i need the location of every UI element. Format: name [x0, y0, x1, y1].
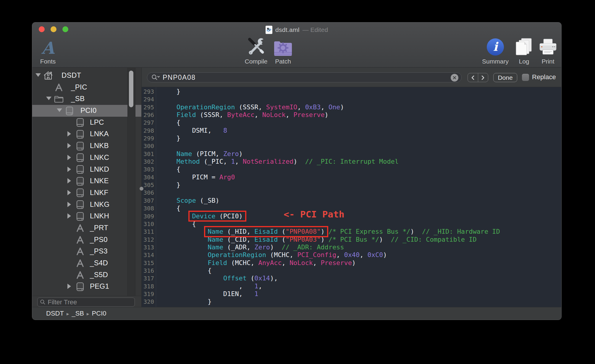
code-line[interactable]: } — [161, 181, 500, 189]
code-line[interactable]: PICM = Arg0 — [161, 173, 500, 181]
code-line[interactable]: Name (PICM, Zero) — [161, 150, 500, 158]
code-line[interactable] — [161, 95, 500, 103]
method-icon — [76, 247, 85, 256]
line-number: 315 — [142, 259, 154, 267]
tree-item-_ps3[interactable]: _PS3 — [32, 246, 141, 257]
disclosure-right-icon[interactable] — [67, 143, 71, 148]
tree-item-lnkf[interactable]: LNKF — [32, 187, 141, 199]
line-number: 313 — [142, 243, 154, 251]
tree-item-lnkd[interactable]: LNKD — [32, 164, 141, 176]
code-line[interactable]: } — [161, 88, 500, 95]
pane-divider-handle[interactable] — [140, 187, 143, 191]
line-number: 294 — [142, 95, 154, 103]
home-icon — [43, 71, 53, 80]
line-number: 297 — [142, 119, 154, 126]
acpi-tree: DSDT_PIC_SBPCI0LPCLNKALNKBLNKCLNKDLNKELN… — [32, 68, 141, 296]
tree-item-lnkh[interactable]: LNKH — [32, 210, 141, 222]
disclosure-right-icon[interactable] — [67, 178, 71, 183]
code-text[interactable]: } OperationRegion (SSSR, SystemIO, 0xB3,… — [161, 88, 500, 308]
disclosure-down-icon[interactable] — [57, 108, 62, 112]
device-icon — [76, 130, 84, 139]
tree-item-label: _S4D — [90, 259, 108, 267]
window-chrome: dsdt.aml — Edited AFontsCompilePatchiSum… — [32, 22, 561, 68]
chevron-right-icon — [481, 75, 485, 80]
sidebar-scrollbar-thumb[interactable] — [129, 71, 133, 107]
replace-checkbox[interactable] — [522, 74, 529, 81]
tree-item-_s5d[interactable]: _S5D — [32, 269, 141, 281]
search-menu-icon[interactable] — [151, 74, 160, 81]
line-number: 310 — [142, 220, 154, 228]
code-line[interactable]: DSMI, 8 — [161, 127, 500, 134]
filter-field[interactable] — [37, 298, 135, 307]
tree-item-lnkc[interactable]: LNKC — [32, 152, 141, 164]
device-icon — [76, 153, 84, 162]
disclosure-right-icon[interactable] — [67, 213, 71, 219]
disclosure-down-icon[interactable] — [46, 97, 51, 100]
code-line[interactable] — [161, 142, 500, 150]
tree-item-lnkb[interactable]: LNKB — [32, 140, 141, 152]
breadcrumb-item-_sb[interactable]: _SB — [72, 310, 84, 317]
red-highlight-box — [204, 226, 328, 237]
clear-search-button[interactable] — [451, 74, 458, 82]
code-line[interactable]: { — [161, 119, 500, 126]
device-icon — [76, 282, 84, 291]
disclosure-right-icon[interactable] — [67, 155, 71, 160]
code-line[interactable]: Method (_PIC, 1, NotSerialized) // _PIC:… — [161, 158, 500, 165]
line-number: 309 — [142, 212, 154, 220]
document-icon — [266, 26, 272, 34]
line-number: 318 — [142, 282, 154, 290]
method-icon — [76, 271, 85, 280]
code-line[interactable]: , 1, — [161, 282, 500, 290]
search-input[interactable] — [163, 74, 438, 82]
tree-item-label: LNKB — [90, 142, 109, 150]
tree-item-lnke[interactable]: LNKE — [32, 175, 141, 187]
filter-tree-input[interactable] — [48, 298, 132, 306]
code-line[interactable]: } — [161, 298, 500, 306]
toolbar-button-patch[interactable]: Patch — [262, 37, 304, 66]
tree-item-peg1[interactable]: PEG1 — [32, 281, 141, 292]
window-title: dsdt.aml — [275, 26, 300, 33]
code-line[interactable]: Scope (_SB) — [161, 197, 500, 204]
toolbar-button-print[interactable]: Print — [527, 37, 562, 66]
code-line[interactable]: Field (SSSR, ByteAcc, NoLock, Preserve) — [161, 111, 500, 119]
tree-item-_ps0[interactable]: _PS0 — [32, 234, 141, 246]
tree-item-label: LNKA — [90, 130, 109, 138]
find-next-button[interactable] — [478, 73, 488, 82]
tree-item-_pic[interactable]: _PIC — [32, 82, 141, 93]
code-line[interactable]: OperationRegion (SSSR, SystemIO, 0xB3, O… — [161, 103, 500, 111]
tree-item-_prt[interactable]: _PRT — [32, 222, 141, 234]
tree-item-_s4d[interactable]: _S4D — [32, 257, 141, 269]
breadcrumb-item-pci0[interactable]: PCI0 — [92, 310, 106, 317]
done-button[interactable]: Done — [493, 73, 517, 82]
disclosure-right-icon[interactable] — [67, 167, 71, 172]
toolbar-button-fonts[interactable]: AFonts — [32, 37, 69, 66]
tree-item-dsdt[interactable]: DSDT — [32, 70, 141, 82]
disclosure-right-icon[interactable] — [67, 202, 71, 207]
code-line[interactable]: Offset (0x14), — [161, 274, 500, 282]
code-line[interactable] — [161, 189, 500, 196]
pci-path-annotation: <- PCI Path — [284, 209, 344, 220]
tree-item-lpc[interactable]: LPC — [32, 117, 141, 129]
code-line[interactable]: D1EN, 1 — [161, 290, 500, 298]
code-editor[interactable]: 2932942952962972982993003013023033043053… — [142, 87, 562, 308]
line-number: 303 — [142, 165, 154, 173]
disclosure-right-icon[interactable] — [67, 190, 71, 195]
line-number: 314 — [142, 251, 154, 259]
code-line[interactable]: { — [161, 165, 500, 173]
code-line[interactable]: Name (_ADR, Zero) // _ADR: Address — [161, 243, 500, 251]
search-field[interactable] — [147, 72, 462, 82]
find-previous-button[interactable] — [468, 73, 478, 82]
tree-item-lnkg[interactable]: LNKG — [32, 199, 141, 211]
device-icon — [76, 188, 84, 197]
tree-item-pci0[interactable]: PCI0 — [32, 105, 141, 117]
code-line[interactable]: { — [161, 267, 500, 274]
tree-item-lnka[interactable]: LNKA — [32, 128, 141, 140]
code-line[interactable]: Field (MCHC, AnyAcc, NoLock, Preserve) — [161, 259, 500, 267]
disclosure-right-icon[interactable] — [67, 284, 71, 289]
breadcrumb-item-dsdt[interactable]: DSDT — [46, 310, 64, 317]
disclosure-down-icon[interactable] — [35, 73, 41, 77]
code-line[interactable]: } — [161, 134, 500, 142]
tree-item-_sb[interactable]: _SB — [32, 93, 141, 105]
code-line[interactable]: OperationRegion (MCHC, PCI_Config, 0x40,… — [161, 251, 500, 259]
disclosure-right-icon[interactable] — [67, 131, 71, 136]
